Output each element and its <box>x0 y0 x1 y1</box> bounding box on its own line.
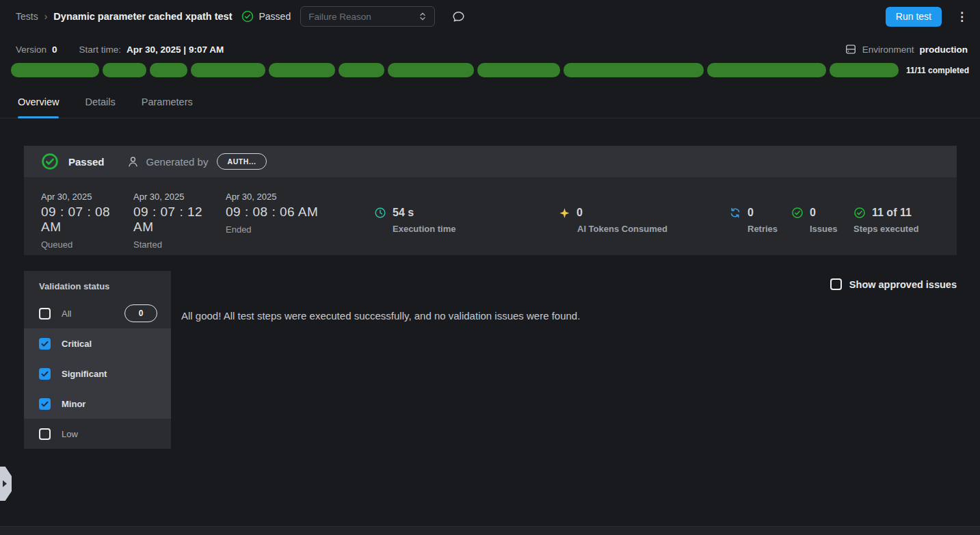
steps-executed-label: Steps executed <box>853 224 918 234</box>
validation-status-panel: Validation status All 0 CriticalSignific… <box>24 271 171 449</box>
summary-card: Passed Generated by AUTH... Apr 30, 2025… <box>24 146 957 255</box>
metric-execution-time: 54 s Execution time <box>374 192 559 255</box>
progress-segment <box>11 63 99 77</box>
started-time: 09 : 07 : 12 AM <box>133 205 226 235</box>
progress-segment <box>707 63 825 77</box>
timestamp-queued: Apr 30, 2025 09 : 07 : 08 AM Queued <box>41 192 133 255</box>
progress-segment <box>150 63 187 77</box>
version-value: 0 <box>52 44 57 55</box>
queued-time: 09 : 07 : 08 AM <box>41 205 133 235</box>
failure-reason-select[interactable]: Failure Reason <box>300 6 435 27</box>
start-time-label: Start time: <box>79 44 122 55</box>
checkbox-icon[interactable] <box>39 398 51 410</box>
status-badge: Passed <box>241 10 291 23</box>
progress-segment <box>388 63 474 77</box>
checkbox-icon[interactable] <box>39 308 51 319</box>
retries-label: Retries <box>747 224 791 234</box>
ai-tokens-label: AI Tokens Consumed <box>577 224 729 234</box>
progress-segment <box>564 63 704 77</box>
issues-label: Issues <box>810 224 853 234</box>
started-label: Started <box>133 239 226 250</box>
meta-row: Version 0 Start time: Apr 30, 2025 | 9:0… <box>16 40 968 58</box>
filter-option-all[interactable]: All 0 <box>24 298 171 328</box>
sparkle-icon <box>559 207 570 219</box>
show-approved-issues-toggle[interactable]: Show approved issues <box>830 278 957 290</box>
check-circle-icon <box>241 10 254 23</box>
kebab-menu-icon[interactable]: ⋮ <box>956 11 968 23</box>
progress-segment <box>191 63 265 77</box>
environment-group: Environment production <box>845 43 968 55</box>
progress-segment <box>477 63 560 77</box>
filter-all-label: All <box>62 309 71 319</box>
filter-option-label: Minor <box>62 399 85 409</box>
clock-icon <box>374 207 386 219</box>
progress-row: 11/11 completed <box>11 63 969 77</box>
expand-panel-handle[interactable] <box>0 467 12 501</box>
failure-reason-placeholder: Failure Reason <box>308 12 371 22</box>
generated-by-label: Generated by <box>146 156 209 168</box>
show-approved-issues-label: Show approved issues <box>849 279 957 290</box>
generated-by-badge[interactable]: AUTH... <box>217 153 266 170</box>
chevron-right-icon: › <box>44 11 48 22</box>
chevron-up-down-icon <box>417 11 428 22</box>
checkbox-icon[interactable] <box>39 368 51 380</box>
execution-time-label: Execution time <box>393 224 559 234</box>
issues-value: 0 <box>810 207 816 219</box>
server-icon <box>845 43 857 55</box>
run-test-button[interactable]: Run test <box>886 7 942 27</box>
tab-overview[interactable]: Overview <box>18 90 59 118</box>
filter-option-label: Critical <box>62 339 92 349</box>
filter-option-critical[interactable]: Critical <box>24 328 171 358</box>
started-date: Apr 30, 2025 <box>133 192 226 202</box>
status-text: Passed <box>259 11 291 22</box>
comment-icon[interactable] <box>451 10 466 24</box>
environment-label: Environment <box>862 44 914 55</box>
filter-options-list: CriticalSignificantMinorLow <box>24 328 171 449</box>
timestamp-started: Apr 30, 2025 09 : 07 : 12 AM Started <box>133 192 226 255</box>
filter-option-label: Significant <box>62 369 107 379</box>
bottom-bar <box>0 526 980 535</box>
progress-segment <box>830 63 899 77</box>
filter-option-significant[interactable]: Significant <box>24 358 171 389</box>
tab-bar: Overview Details Parameters <box>0 90 980 118</box>
environment-value: production <box>920 44 968 55</box>
summary-status-text: Passed <box>68 156 105 168</box>
progress-bar[interactable] <box>11 63 899 77</box>
execution-time-value: 54 s <box>393 207 414 219</box>
metric-issues: 0 Issues <box>791 192 853 255</box>
retries-value: 0 <box>747 207 754 219</box>
queued-label: Queued <box>41 239 133 250</box>
filter-option-minor[interactable]: Minor <box>24 389 171 419</box>
filter-option-low[interactable]: Low <box>24 419 171 449</box>
progress-completed-text: 11/11 completed <box>906 66 969 75</box>
timestamp-ended: Apr 30, 2025 09 : 08 : 06 AM Ended <box>226 192 374 255</box>
start-time-group: Start time: Apr 30, 2025 | 9:07 AM <box>79 44 224 55</box>
version-group: Version 0 <box>16 44 57 55</box>
start-time-value: Apr 30, 2025 | 9:07 AM <box>127 44 224 55</box>
summary-card-header: Passed Generated by AUTH... <box>24 146 957 177</box>
triangle-right-icon <box>3 480 7 487</box>
checkbox-icon[interactable] <box>39 338 51 350</box>
metric-steps-executed: 11 of 11 Steps executed <box>853 192 918 255</box>
tab-parameters[interactable]: Parameters <box>142 90 193 118</box>
summary-card-body: Apr 30, 2025 09 : 07 : 08 AM Queued Apr … <box>24 177 957 255</box>
steps-executed-value: 11 of 11 <box>872 207 912 219</box>
ended-date: Apr 30, 2025 <box>226 192 374 202</box>
checkbox-icon[interactable] <box>830 278 842 290</box>
person-icon <box>127 155 140 168</box>
ended-time: 09 : 08 : 06 AM <box>226 205 374 220</box>
checkbox-icon[interactable] <box>39 428 51 440</box>
page-title: Dynamic parameter cached xpath test <box>53 11 232 22</box>
progress-segment <box>339 63 384 77</box>
progress-segment <box>103 63 146 77</box>
breadcrumb-tests[interactable]: Tests <box>16 11 38 22</box>
queued-date: Apr 30, 2025 <box>41 192 133 202</box>
progress-segment <box>269 63 335 77</box>
version-label: Version <box>16 44 47 55</box>
filter-option-label: Low <box>62 429 78 439</box>
metric-ai-tokens: 0 AI Tokens Consumed <box>559 192 729 255</box>
metric-retries: 0 Retries <box>729 192 791 255</box>
ended-label: Ended <box>226 224 374 235</box>
tab-details[interactable]: Details <box>85 90 115 118</box>
ai-tokens-value: 0 <box>577 207 583 219</box>
